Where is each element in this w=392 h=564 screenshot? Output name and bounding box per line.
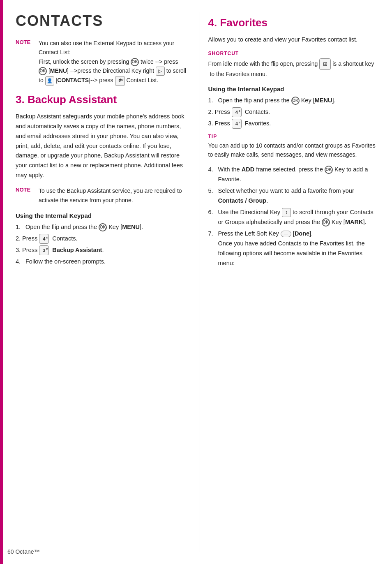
key-4s-contacts: 4s [39, 234, 49, 244]
note-label-2: NOTE [16, 186, 35, 205]
tip-box: TIP You can add up to 10 contacts and/or… [208, 134, 380, 159]
note-text-1: You can also use the External Keypad to … [39, 39, 187, 86]
note-label-1: NOTE [16, 39, 35, 86]
steps-section4-initial: 1. Open the flip and press the OK Key [M… [208, 96, 380, 129]
fav-shortcut-icon: ⊞ [319, 58, 331, 70]
section4-body: Allows you to create and view your Favor… [208, 35, 380, 45]
key-3hash: 3# [39, 245, 49, 255]
divider [16, 272, 187, 272]
page: CONTACTS NOTE You can also use the Exter… [0, 0, 392, 564]
step-3-1: 1. Open the flip and press the OK Key [M… [16, 222, 187, 232]
key-4s-contacts2: 4s [232, 107, 242, 117]
footer-text: 60 Octane™ [7, 548, 40, 555]
to-text: to [166, 67, 171, 74]
step-4-1: 1. Open the flip and press the OK Key [M… [208, 96, 380, 106]
lsk-icon: — [281, 231, 291, 237]
shortcut-box: SHORTCUT From idle mode with the flip op… [208, 51, 380, 79]
step-4-4: 4. With the ADD frame selected, press th… [208, 165, 380, 185]
step-4-5: 5. Select whether you want to add a favo… [208, 186, 380, 206]
section3-title: 3. Backup Assistant [16, 93, 187, 106]
shortcut-label: SHORTCUT [208, 51, 380, 56]
content-area: CONTACTS NOTE You can also use the Exter… [3, 0, 392, 564]
ok-icon-3: OK [99, 223, 107, 231]
note-block-1: NOTE You can also use the External Keypa… [16, 39, 187, 86]
shortcut-text: From idle mode with the flip open, press… [208, 58, 380, 79]
dir-updown-icon: ↕ [282, 208, 291, 217]
tip-label: TIP [208, 134, 380, 139]
step-3-4: 4. Follow the on-screen prompts. [16, 257, 187, 267]
ok-icon-1: OK [131, 58, 139, 66]
steps-section4-continued: 4. With the ADD frame selected, press th… [208, 165, 380, 268]
left-column: CONTACTS NOTE You can also use the Exter… [16, 12, 187, 552]
key-4s-favorites: 4s [232, 119, 242, 129]
right-column: 4. Favorites Allows you to create and vi… [200, 12, 380, 552]
section3-body: Backup Assistant safeguards your mobile … [16, 112, 187, 180]
step-4-3: 3. Press 4s Favorites. [208, 119, 380, 129]
contacts-icon: 👤 [45, 76, 54, 86]
step-4-2: 2. Press 4s Contacts. [208, 107, 380, 117]
tip-text: You can add up to 10 contacts and/or con… [208, 141, 380, 159]
internal-keypad-heading-3: Using the Internal Keypad [16, 212, 187, 219]
step-4-6: 6. Use the Directional Key ↕ to scroll t… [208, 208, 380, 227]
note-block-2: NOTE To use the Backup Assistant service… [16, 186, 187, 205]
ok-icon-5: OK [325, 166, 333, 174]
key-2abc: 2abc [115, 76, 125, 86]
step-3-3: 3. Press 3# Backup Assistant. [16, 245, 187, 255]
internal-keypad-heading-4: Using the Internal Keypad [208, 86, 380, 92]
left-accent-bar [0, 0, 3, 564]
section4-title: 4. Favorites [208, 16, 380, 29]
ok-icon-4: OK [291, 97, 300, 105]
note-text-2: To use the Backup Assistant service, you… [39, 186, 187, 205]
dir-right-icon: ▷ [156, 67, 165, 76]
page-title: CONTACTS [16, 12, 187, 30]
step-4-7: 7. Press the Left Soft Key — [Done]. Onc… [208, 229, 380, 268]
ok-icon-6: OK [322, 218, 330, 227]
ok-icon-2: OK [39, 67, 47, 75]
step-3-2: 2. Press 4s Contacts. [16, 234, 187, 244]
steps-section3: 1. Open the flip and press the OK Key [M… [16, 222, 187, 267]
